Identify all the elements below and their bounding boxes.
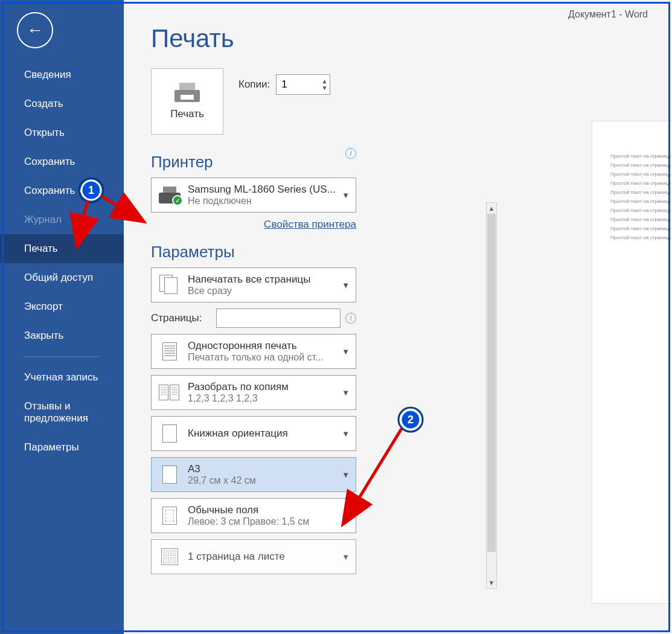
preview-text-line: Простой текст на странице xyxy=(610,206,672,215)
chevron-down-icon: ▼ xyxy=(342,511,350,520)
scroll-up-icon[interactable]: ▲ xyxy=(487,203,496,214)
window-title: Документ1 - Word xyxy=(568,9,648,20)
sidebar-item-print[interactable]: Печать xyxy=(0,234,124,263)
margins-dropdown[interactable]: Обычные поля Левое: 3 см Правое: 1,5 см … xyxy=(151,498,356,533)
chevron-down-icon: ▼ xyxy=(342,191,350,200)
chevron-down-icon: ▼ xyxy=(342,347,350,356)
preview-text-line: Простой текст на странице xyxy=(610,161,672,170)
collate-secondary: 1,2,3 1,2,3 1,2,3 xyxy=(188,393,337,404)
duplex-icon xyxy=(162,342,177,360)
sidebar-item-saveas[interactable]: Сохранить как xyxy=(0,176,124,205)
duplex-primary: Односторонняя печать xyxy=(188,340,337,352)
sidebar-item-open[interactable]: Открыть xyxy=(0,118,124,147)
print-range-primary: Напечатать все страницы xyxy=(188,274,337,286)
backstage-sidebar: ← Сведения Создать Открыть Сохранить Сох… xyxy=(0,0,124,634)
orientation-icon xyxy=(162,424,177,443)
paper-size-dropdown[interactable]: A3 29,7 см x 42 см ▼ xyxy=(151,457,356,492)
orientation-dropdown[interactable]: Книжная ориентация ▼ xyxy=(151,416,356,451)
printer-status: Не подключен xyxy=(188,196,337,207)
sidebar-item-account[interactable]: Учетная запись xyxy=(0,363,124,392)
preview-text-line: Простой текст на странице xyxy=(610,188,672,197)
sidebar-item-close[interactable]: Закрыть xyxy=(0,321,124,350)
pages-stack-icon xyxy=(159,275,180,295)
sidebar-separator xyxy=(24,356,100,357)
copies-value: 1 xyxy=(281,78,287,91)
chevron-down-icon: ▼ xyxy=(342,388,350,397)
margins-secondary: Левое: 3 см Правое: 1,5 см xyxy=(188,516,337,527)
print-preview: Простой текст на страницеПростой текст н… xyxy=(592,121,672,604)
collate-primary: Разобрать по копиям xyxy=(188,381,337,393)
chevron-down-icon: ▼ xyxy=(342,470,350,479)
print-button-label: Печать xyxy=(170,108,204,120)
collate-dropdown[interactable]: Разобрать по копиям 1,2,3 1,2,3 1,2,3 ▼ xyxy=(151,375,356,410)
sidebar-item-share[interactable]: Общий доступ xyxy=(0,263,124,292)
paper-icon xyxy=(162,466,177,484)
pages-per-sheet-icon xyxy=(161,548,178,565)
scrollbar-thumb[interactable] xyxy=(487,214,496,552)
spinner-down-icon[interactable]: ▼ xyxy=(321,85,327,91)
main-pane: Документ1 - Word Печать Печать Копии: 1 … xyxy=(124,0,672,634)
chevron-down-icon: ▼ xyxy=(342,552,350,562)
margins-primary: Обычные поля xyxy=(188,504,337,516)
orientation-primary: Книжная ориентация xyxy=(188,427,337,440)
back-arrow-icon: ← xyxy=(27,21,43,40)
preview-text-line: Простой текст на странице xyxy=(610,179,672,188)
back-button[interactable]: ← xyxy=(17,12,53,48)
scroll-down-icon[interactable]: ▼ xyxy=(487,577,496,588)
spinner-up-icon[interactable]: ▲ xyxy=(321,78,327,85)
print-range-dropdown[interactable]: Напечатать все страницы Все сразу ▼ xyxy=(151,267,356,303)
ppp-primary: 1 страница на листе xyxy=(188,551,337,563)
pages-input[interactable] xyxy=(216,309,341,328)
preview-text-line: Простой текст на странице xyxy=(610,170,672,179)
preview-text-line: Простой текст на странице xyxy=(610,152,672,161)
preview-text-line: Простой текст на странице xyxy=(610,197,672,206)
sidebar-item-new[interactable]: Создать xyxy=(0,89,124,118)
copies-spinner[interactable]: 1 ▲▼ xyxy=(276,74,330,95)
duplex-secondary: Печатать только на одной ст... xyxy=(188,352,337,363)
sidebar-item-save[interactable]: Сохранить xyxy=(0,147,124,176)
preview-text-line: Простой текст на странице xyxy=(610,215,672,224)
print-button[interactable]: Печать xyxy=(151,68,223,135)
print-range-secondary: Все сразу xyxy=(188,286,337,296)
sidebar-item-info[interactable]: Сведения xyxy=(0,60,124,89)
sidebar-item-feedback[interactable]: Отзывы и предложения xyxy=(0,392,124,433)
paper-secondary: 29,7 см x 42 см xyxy=(188,475,337,486)
info-icon[interactable]: i xyxy=(345,313,356,324)
printer-properties-link[interactable]: Свойства принтера xyxy=(151,219,356,231)
collate-icon xyxy=(159,385,181,400)
printer-small-icon: ✓ xyxy=(159,187,181,203)
info-icon[interactable]: i xyxy=(345,148,356,159)
preview-text-line: Простой текст на странице xyxy=(610,224,672,233)
settings-section-header: Параметры xyxy=(151,243,510,261)
settings-scrollbar[interactable]: ▲ ▼ xyxy=(486,202,497,589)
pages-label: Страницы: xyxy=(151,312,211,324)
sidebar-item-history: Журнал xyxy=(0,205,124,234)
margins-icon xyxy=(162,507,177,525)
preview-text-line: Простой текст на странице xyxy=(610,233,672,242)
copies-label: Копии: xyxy=(238,78,270,91)
chevron-down-icon: ▼ xyxy=(342,429,350,438)
sidebar-item-options[interactable]: Параметры xyxy=(0,433,124,462)
duplex-dropdown[interactable]: Односторонняя печать Печатать только на … xyxy=(151,334,356,369)
sidebar-item-export[interactable]: Экспорт xyxy=(0,292,124,321)
printer-icon xyxy=(174,83,200,102)
printer-dropdown[interactable]: ✓ Samsung ML-1860 Series (US... Не подкл… xyxy=(151,178,356,213)
pages-per-sheet-dropdown[interactable]: 1 страница на листе ▼ xyxy=(151,539,356,574)
printer-section-header: Принтер xyxy=(151,153,213,171)
printer-name: Samsung ML-1860 Series (US... xyxy=(188,184,337,196)
chevron-down-icon: ▼ xyxy=(342,281,350,290)
paper-primary: A3 xyxy=(188,463,337,475)
checkmark-icon: ✓ xyxy=(172,195,183,206)
